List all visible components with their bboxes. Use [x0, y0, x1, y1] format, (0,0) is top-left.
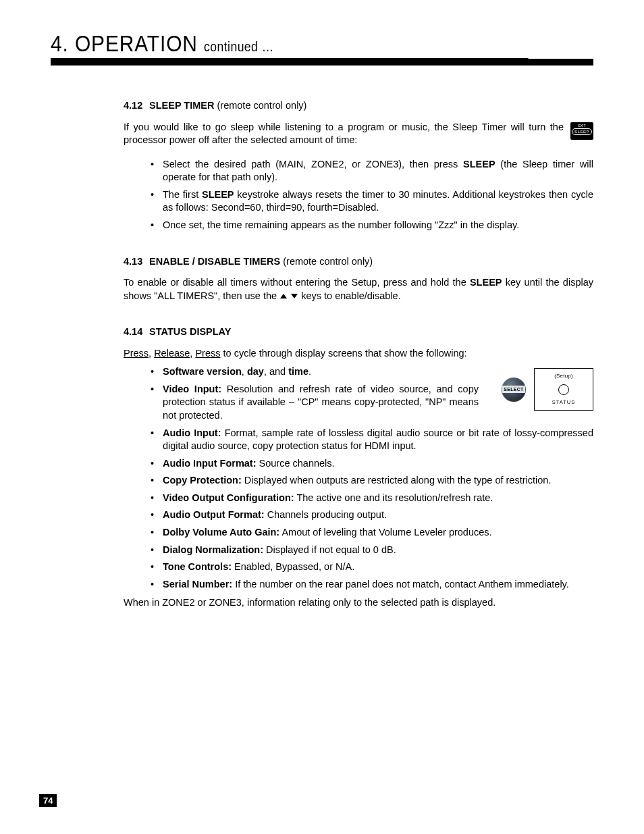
arrow-up-icon — [280, 294, 287, 298]
sleep-button-icon: EXIT SLEEP — [570, 122, 593, 140]
s414-bullets: Software version, day, and time. Video I… — [151, 365, 593, 591]
section-4-13-head: 4.13 ENABLE / DISABLE TIMERS (remote con… — [124, 255, 593, 269]
list-item: Once set, the time remaining appears as … — [151, 219, 593, 232]
list-item: Dolby Volume Auto Gain: Amout of levelin… — [151, 526, 593, 540]
list-item: Audio Output Format: Channels producing … — [151, 509, 593, 522]
list-item: Dialog Normalization: Displayed if not e… — [151, 544, 593, 557]
chapter-title: 4. OPERATION continued … — [51, 30, 529, 59]
list-item: Select the desired path (MAIN, ZONE2, or… — [151, 158, 593, 184]
chapter-number: 4. — [51, 30, 69, 56]
list-item: Software version, day, and time. — [151, 365, 593, 379]
list-item: Audio Input: Format, sample rate of loss… — [151, 427, 593, 453]
s414-footer: When in ZONE2 or ZONE3, information rela… — [124, 596, 593, 610]
list-item: Serial Number: If the number on the rear… — [151, 578, 593, 592]
list-item: Copy Protection: Displayed when outputs … — [151, 474, 593, 488]
section-4-12-head: 4.12 SLEEP TIMER (remote control only) — [124, 99, 593, 113]
header-bar — [51, 59, 593, 66]
list-item: Tone Controls: Enabled, Bypassed, or N/A… — [151, 561, 593, 574]
s414-intro: Press, Release, Press to cycle through d… — [124, 347, 593, 361]
chapter-name: OPERATION — [75, 30, 198, 56]
s412-bullets: Select the desired path (MAIN, ZONE2, or… — [151, 158, 593, 232]
s413-body: To enable or disable all timers without … — [124, 276, 593, 303]
list-item: Audio Input Format: Source channels. — [151, 457, 593, 471]
list-item: Video Input: Resolution and refresh rate… — [151, 383, 593, 423]
page-number: 74 — [39, 794, 57, 807]
section-4-14-head: 4.14 STATUS DISPLAY — [124, 325, 593, 339]
page: 4. OPERATION continued … 4.12 SLEEP TIME… — [0, 0, 644, 834]
list-item: The first SLEEP keystroke always resets … — [151, 188, 593, 215]
list-item: Video Output Configuration: The active o… — [151, 492, 593, 505]
arrow-down-icon — [291, 294, 298, 298]
s412-intro: If you would like to go sleep while list… — [124, 121, 593, 147]
continued-label: continued … — [204, 39, 274, 54]
content: 4.12 SLEEP TIMER (remote control only) E… — [124, 99, 593, 610]
